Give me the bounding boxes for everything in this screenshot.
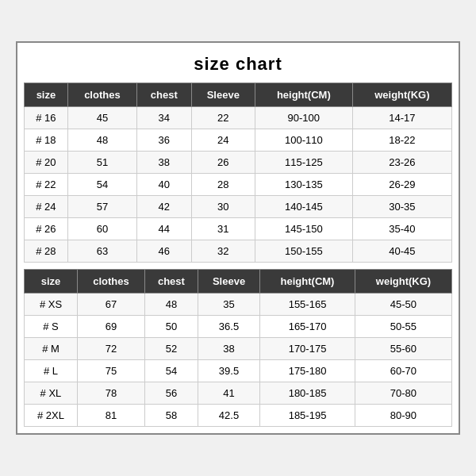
table-cell: 36 <box>136 129 191 152</box>
table-cell: 40 <box>136 174 191 196</box>
table-cell: 165-170 <box>260 316 355 338</box>
table-cell: 185-195 <box>260 405 355 427</box>
table-cell: 30 <box>191 196 255 218</box>
table-cell: 50 <box>144 316 198 338</box>
table-cell: 38 <box>136 152 191 174</box>
table-cell: # XL <box>25 382 78 405</box>
header-cell: height(CM) <box>260 270 355 294</box>
table-row: # 1645342290-10014-17 <box>25 107 452 129</box>
table-cell: 18-22 <box>352 129 451 152</box>
table-cell: 81 <box>77 405 144 427</box>
table-row: # 22544028130-13526-29 <box>25 174 452 196</box>
table-cell: 180-185 <box>260 382 355 405</box>
table-cell: # M <box>25 338 78 360</box>
table-cell: 57 <box>67 196 136 218</box>
table-cell: # 22 <box>25 174 68 196</box>
header-cell: height(CM) <box>255 83 352 107</box>
table-cell: 46 <box>136 240 191 263</box>
section-1: sizeclotheschestSleeveheight(CM)weight(K… <box>17 83 459 269</box>
table-cell: 14-17 <box>352 107 451 129</box>
table-row: # XS674835155-16545-50 <box>25 294 452 316</box>
chart-title: size chart <box>17 43 459 83</box>
table-cell: # 20 <box>25 152 68 174</box>
table-row: # 20513826115-12523-26 <box>25 152 452 174</box>
table-cell: 72 <box>77 338 144 360</box>
table-cell: # 24 <box>25 196 68 218</box>
table-row: # 28634632150-15540-45 <box>25 240 452 263</box>
table-cell: 90-100 <box>255 107 352 129</box>
table-cell: 69 <box>77 316 144 338</box>
table-cell: 22 <box>191 107 255 129</box>
table-cell: 50-55 <box>355 316 451 338</box>
table-cell: 155-165 <box>260 294 355 316</box>
chart-container: size chart sizeclotheschestSleeveheight(… <box>16 41 460 435</box>
table-cell: 42 <box>136 196 191 218</box>
table-cell: # 28 <box>25 240 68 263</box>
table-cell: 58 <box>144 405 198 427</box>
header-cell: chest <box>136 83 191 107</box>
table-cell: 32 <box>191 240 255 263</box>
table-cell: 63 <box>67 240 136 263</box>
table-cell: 55-60 <box>355 338 451 360</box>
table-cell: 115-125 <box>255 152 352 174</box>
table-cell: 78 <box>77 382 144 405</box>
table-cell: 100-110 <box>255 129 352 152</box>
table-cell: 38 <box>198 338 259 360</box>
table-cell: 54 <box>67 174 136 196</box>
header-cell: size <box>25 83 68 107</box>
table-cell: 54 <box>144 360 198 382</box>
table-cell: # 18 <box>25 129 68 152</box>
header-cell: clothes <box>67 83 136 107</box>
table-row: # L755439.5175-18060-70 <box>25 360 452 382</box>
table-cell: 44 <box>136 218 191 240</box>
table-row: # XL785641180-18570-80 <box>25 382 452 405</box>
table-cell: # 2XL <box>25 405 78 427</box>
table-row: # 2XL815842.5185-19580-90 <box>25 405 452 427</box>
table-cell: 75 <box>77 360 144 382</box>
table-cell: 35-40 <box>352 218 451 240</box>
header-cell: size <box>25 270 78 294</box>
table-cell: 24 <box>191 129 255 152</box>
table-cell: 30-35 <box>352 196 451 218</box>
table-cell: # 26 <box>25 218 68 240</box>
table-cell: 45 <box>67 107 136 129</box>
table-cell: # 16 <box>25 107 68 129</box>
table-cell: 175-180 <box>260 360 355 382</box>
table-cell: 35 <box>198 294 259 316</box>
table-cell: 150-155 <box>255 240 352 263</box>
table-cell: 34 <box>136 107 191 129</box>
table-cell: 26-29 <box>352 174 451 196</box>
table-cell: 170-175 <box>260 338 355 360</box>
table-cell: 52 <box>144 338 198 360</box>
table-row: # M725238170-17555-60 <box>25 338 452 360</box>
table-cell: 140-145 <box>255 196 352 218</box>
table-row: # 24574230140-14530-35 <box>25 196 452 218</box>
table-cell: # S <box>25 316 78 338</box>
table-cell: 31 <box>191 218 255 240</box>
table1-header-row: sizeclotheschestSleeveheight(CM)weight(K… <box>25 83 452 107</box>
header-cell: clothes <box>77 270 144 294</box>
header-cell: Sleeve <box>191 83 255 107</box>
table-cell: 51 <box>67 152 136 174</box>
table-cell: 70-80 <box>355 382 451 405</box>
table-cell: 48 <box>144 294 198 316</box>
header-cell: chest <box>144 270 198 294</box>
table-1: sizeclotheschestSleeveheight(CM)weight(K… <box>24 83 452 263</box>
table-cell: 60 <box>67 218 136 240</box>
table-cell: 67 <box>77 294 144 316</box>
table-cell: 42.5 <box>198 405 259 427</box>
table-row: # 26604431145-15035-40 <box>25 218 452 240</box>
table-cell: 41 <box>198 382 259 405</box>
table-cell: 48 <box>67 129 136 152</box>
header-cell: weight(KG) <box>352 83 451 107</box>
table-row: # 18483624100-11018-22 <box>25 129 452 152</box>
table-2: sizeclotheschestSleeveheight(CM)weight(K… <box>24 269 452 427</box>
table-cell: 23-26 <box>352 152 451 174</box>
table-cell: 28 <box>191 174 255 196</box>
table-cell: 60-70 <box>355 360 451 382</box>
header-cell: Sleeve <box>198 270 259 294</box>
section-2: sizeclotheschestSleeveheight(CM)weight(K… <box>17 269 459 433</box>
header-cell: weight(KG) <box>355 270 451 294</box>
table-row: # S695036.5165-17050-55 <box>25 316 452 338</box>
table-cell: 36.5 <box>198 316 259 338</box>
